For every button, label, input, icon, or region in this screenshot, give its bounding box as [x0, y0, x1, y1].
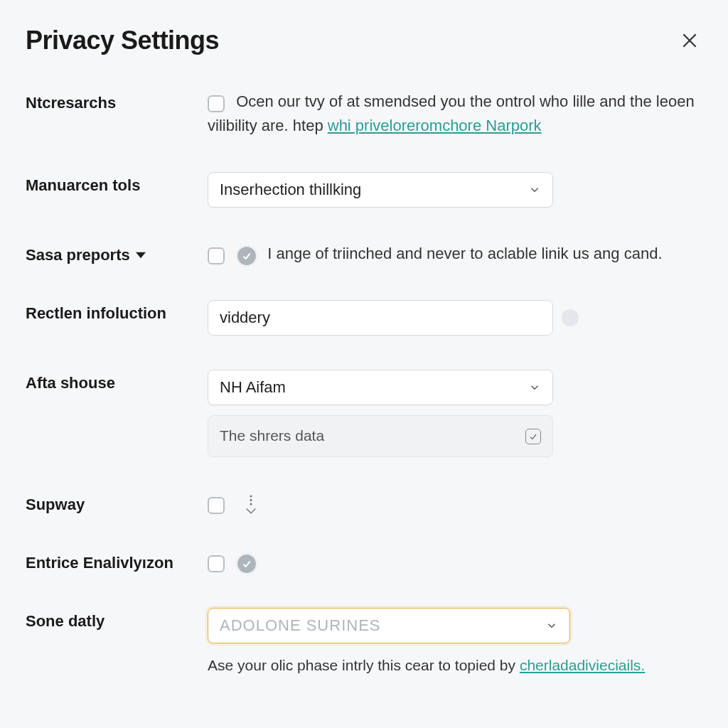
link-ntcresarchs[interactable]: whi priveloreromchore Narpork [328, 117, 542, 134]
svg-point-2 [250, 500, 252, 501]
chevron-down-icon [545, 619, 558, 632]
text-sasa: I ange of triinched and never to aclable… [267, 245, 662, 262]
select-afta-value: NH Aifam [220, 375, 286, 400]
check-icon [241, 250, 252, 262]
row-rectlen: Rectlen infoluction [26, 300, 702, 336]
panel-header: Privacy Settings [26, 26, 702, 55]
select-sone-placeholder: ADOLONE SURINES [220, 614, 381, 638]
label-afta: Afta shouse [26, 370, 196, 392]
download-icon[interactable] [243, 494, 259, 514]
label-supway: Supway [26, 491, 196, 514]
select-afta[interactable]: NH Aifam [208, 370, 553, 405]
caret-down-icon[interactable] [136, 250, 146, 260]
badge-check-entrice[interactable] [236, 553, 257, 574]
check-icon [241, 558, 252, 569]
svg-marker-0 [136, 252, 146, 258]
sub-option-label: The shrers data [220, 424, 324, 448]
checkbox-ntcresarchs[interactable] [208, 95, 225, 112]
row-entrice: Entrice Enalivlyızon [26, 550, 702, 574]
sub-option-afta[interactable]: The shrers data [208, 415, 553, 457]
row-afta: Afta shouse NH Aifam The shrers data [26, 370, 702, 457]
checkbox-entrice[interactable] [208, 555, 225, 572]
chevron-down-icon [528, 183, 541, 196]
select-manuarcen[interactable]: Inserhection thillking [208, 172, 553, 208]
input-rectlen[interactable] [208, 300, 553, 336]
content-ntcresarchs: Ocen our tvy of at smendsed you the ontr… [208, 90, 702, 138]
label-entrice: Entrice Enalivlyızon [26, 550, 196, 572]
checkbox-shrers-data[interactable] [525, 429, 541, 444]
check-icon [528, 432, 538, 441]
select-manuarcen-value: Inserhection thillking [220, 178, 361, 202]
row-sasa: Sasa preports I ange of triinched and ne… [26, 242, 702, 266]
checkbox-supway[interactable] [208, 497, 225, 514]
checkbox-sasa-1[interactable] [208, 247, 225, 264]
label-sone: Sone datly [26, 608, 196, 631]
svg-point-3 [250, 503, 252, 505]
label-ntcresarchs: Ntcresarchs [26, 90, 196, 112]
row-supway: Supway [26, 491, 702, 515]
close-button[interactable] [677, 28, 702, 53]
close-icon [680, 31, 699, 50]
row-sone: Sone datly ADOLONE SURINES Ase your olic… [26, 608, 702, 678]
label-rectlen: Rectlen infoluction [26, 300, 196, 323]
badge-check-sasa[interactable] [236, 245, 257, 267]
content-sasa: I ange of triinched and never to aclable… [208, 242, 702, 266]
privacy-settings-panel: Privacy Settings Ntcresarchs Ocen our tv… [0, 0, 728, 728]
page-title: Privacy Settings [26, 26, 219, 55]
link-sone-footer[interactable]: cherladadivieciails. [520, 657, 645, 673]
footer-text-sone: Ase your olic phase intrly this cear to … [208, 653, 702, 678]
select-sone[interactable]: ADOLONE SURINES [208, 608, 570, 643]
row-manuarcen: Manuarcen tols Inserhection thillking [26, 172, 702, 208]
label-sasa: Sasa preports [26, 242, 196, 264]
svg-point-1 [250, 496, 252, 497]
row-ntcresarchs: Ntcresarchs Ocen our tvy of at smendsed … [26, 90, 702, 138]
chevron-down-icon [528, 381, 541, 394]
status-dot-icon [562, 309, 579, 326]
label-manuarcen: Manuarcen tols [26, 172, 196, 195]
